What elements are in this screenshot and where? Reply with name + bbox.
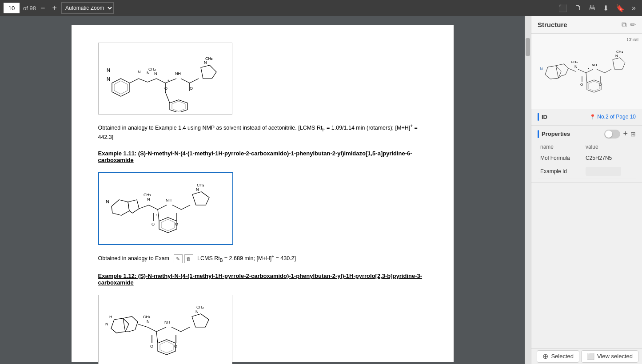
right-panel: Structure ⧉ ✏ Chiral N N CH₃ [531,16,642,364]
view-selected-button[interactable]: ⬜ View selected [581,350,638,363]
svg-line-24 [165,92,170,103]
mol-formula-value: C25H27N5 [583,152,636,164]
properties-section: Properties + ⊞ name value [531,126,642,183]
svg-text:O: O [164,86,167,91]
svg-marker-21 [201,65,216,79]
molecule-110-box[interactable]: N N N N N [98,43,232,115]
id-location: 📍 No.2 of Page 10 [590,114,636,120]
example-110-text: Obtained in analogy to Example 1.4 using… [98,123,427,141]
svg-text:N: N [147,197,150,202]
svg-text:O: O [152,222,155,226]
scrollbar[interactable] [525,16,531,364]
add-property-button[interactable]: + [623,129,628,138]
selected-label: Selected [551,353,574,360]
page-number-input[interactable]: 10 [4,3,20,13]
molecule-110-container: N N N N N [98,38,427,119]
pdf-viewer[interactable]: N N N N N [0,16,525,364]
molecule-111-image: N N CH₃ O [99,173,232,244]
zoom-in-button[interactable]: + [49,2,60,14]
table-row: Example Id [538,164,636,179]
svg-marker-48 [161,219,175,231]
molecule-112-container: N H N CH₃ [98,290,427,364]
svg-marker-47 [159,218,177,233]
svg-line-45 [158,210,159,221]
right-panel-header: Structure ⧉ ✏ [531,16,642,34]
svg-marker-87 [613,58,625,69]
svg-marker-28 [112,200,129,215]
properties-label: Properties [542,131,570,137]
svg-line-77 [578,69,586,73]
zoom-control: Automatic Zoom Actual Size Page Fit 100%… [61,2,114,14]
svg-text:CH₃: CH₃ [571,60,578,64]
svg-text:N: N [154,71,157,76]
svg-line-8 [148,79,156,82]
svg-text:H: H [109,315,112,319]
download-icon-button[interactable]: ⬇ [600,2,611,14]
svg-line-74 [568,68,576,71]
zoom-select[interactable]: Automatic Zoom Actual Size Page Fit 100%… [61,2,114,14]
edit-annotation-icon[interactable]: ✎ [174,254,183,263]
svg-text:N: N [204,60,207,65]
toolbar-right: ⬛ 🗋 🖶 ⬇ 🔖 » [556,2,638,14]
svg-text:N: N [540,67,543,71]
svg-text:O: O [190,86,193,91]
svg-text:CH₃: CH₃ [196,305,204,309]
example-id-name: Example Id [538,164,583,179]
svg-text:NH: NH [175,71,181,76]
id-section-label: ID [542,114,547,120]
print-icon-button[interactable]: 🖶 [586,2,598,14]
molecule-112-box[interactable]: N H N CH₃ [98,295,232,364]
svg-line-90 [586,73,587,83]
delete-annotation-icon[interactable]: 🗑 [184,254,193,263]
svg-line-20 [190,79,199,83]
id-section-bar [538,113,539,121]
edit-icon-button[interactable]: ✏ [630,20,636,29]
pdf-page: N N N N N [72,25,454,362]
toggle-knob [605,131,612,138]
svg-text:CH₃: CH₃ [144,193,151,197]
svg-line-83 [597,69,605,73]
example-112-title: Example 1.12: (S)-N-methyl-N-(4-(1-methy… [98,273,427,286]
save-icon-button[interactable]: 🗋 [572,2,584,14]
zoom-out-button[interactable]: − [38,2,48,14]
scrollbar-thumb[interactable] [526,38,530,56]
example-111-title: Example 1.11: (S)-N-methyl-N-(4-(1-methy… [98,150,427,163]
present-icon-button[interactable]: ⬛ [556,2,570,14]
svg-text:N: N [105,322,108,326]
location-icon: 📍 [590,114,596,120]
svg-line-86 [605,69,611,73]
selected-button[interactable]: ⊕ Selected [537,350,579,363]
svg-text:CH₃: CH₃ [197,183,204,187]
prop-col-name: name [538,142,583,152]
svg-line-4 [130,79,139,83]
svg-marker-29 [128,200,139,213]
svg-text:N: N [615,54,618,58]
export-property-button[interactable]: ⊞ [630,131,636,138]
svg-marker-69 [158,340,175,355]
bottom-bar: ⊕ Selected ⬜ View selected [531,348,642,364]
example-id-value [583,164,636,179]
svg-marker-65 [192,314,209,327]
copy-icon-button[interactable]: ⧉ [622,20,626,29]
svg-line-33 [149,205,158,210]
svg-line-11 [156,79,165,83]
molecule-110-svg: N N N N N [99,43,232,112]
bookmark-icon-button[interactable]: 🔖 [613,2,627,14]
svg-marker-51 [123,317,138,332]
molecule-111-svg: N N CH₃ O [99,173,232,242]
properties-controls: + ⊞ [604,129,636,138]
properties-toggle[interactable] [604,130,620,138]
molecule-111-box[interactable]: N N CH₃ O [98,172,233,245]
structure-image-svg: N N CH₃ O * NH O [538,43,636,100]
toolbar-left: 10 of 98 − + Automatic Zoom Actual Size … [4,2,114,14]
id-section-header: ID 📍 No.2 of Page 10 [538,113,636,121]
svg-text:O: O [150,344,153,348]
right-panel-title: Structure [538,21,618,28]
example-id-empty [586,167,621,176]
more-icon-button[interactable]: » [629,2,638,14]
id-section: ID 📍 No.2 of Page 10 [531,109,642,126]
svg-line-30 [139,205,149,209]
chiral-label: Chiral [627,37,638,42]
svg-line-36 [158,205,167,210]
svg-text:CH₃: CH₃ [148,67,156,71]
